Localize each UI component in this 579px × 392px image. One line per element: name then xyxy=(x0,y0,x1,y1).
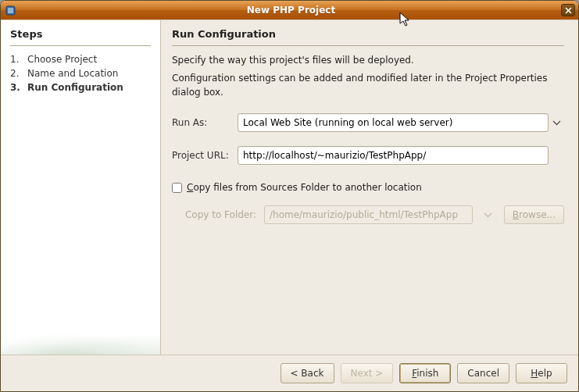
window-title: New PHP Project xyxy=(21,5,561,16)
chevron-down-icon[interactable] xyxy=(549,117,564,128)
body-area: Steps 1.Choose Project2.Name and Locatio… xyxy=(1,20,578,355)
wizard-window: New PHP Project Steps 1.Choose Project2.… xyxy=(0,0,579,392)
steps-list: 1.Choose Project2.Name and Location3.Run… xyxy=(10,52,151,94)
step-label: Name and Location xyxy=(27,68,118,79)
back-button[interactable]: < Back xyxy=(281,363,334,383)
project-url-row: Project URL: xyxy=(172,146,564,165)
copy-files-checkbox[interactable] xyxy=(172,183,182,193)
copy-folder-input xyxy=(264,205,473,224)
step-number: 1. xyxy=(10,54,27,65)
project-url-label: Project URL: xyxy=(172,150,238,161)
copy-folder-row: Copy to Folder: Browse... xyxy=(172,205,564,224)
next-button: Next > xyxy=(341,363,394,383)
description-line-2: Configuration settings can be added and … xyxy=(172,72,564,99)
browse-button: Browse... xyxy=(504,205,564,224)
close-icon xyxy=(565,7,572,14)
app-icon xyxy=(4,4,16,16)
main-panel: Run Configuration Specify the way this p… xyxy=(161,20,578,355)
sidebar-decoration xyxy=(1,280,160,355)
steps-header: Steps xyxy=(10,28,151,40)
steps-sidebar: Steps 1.Choose Project2.Name and Locatio… xyxy=(1,20,161,355)
run-as-combo[interactable] xyxy=(238,113,564,132)
run-as-row: Run As: xyxy=(172,113,564,132)
step-item: 2.Name and Location xyxy=(10,66,151,80)
svg-rect-1 xyxy=(8,8,13,13)
help-button[interactable]: Help xyxy=(516,363,567,383)
divider xyxy=(172,45,564,46)
chevron-down-icon xyxy=(481,209,496,220)
description-line-1: Specify the way this project's files wil… xyxy=(172,54,564,67)
project-url-input[interactable] xyxy=(238,146,549,165)
page-title: Run Configuration xyxy=(172,28,564,40)
button-bar: < Back Next > Finish Cancel Help xyxy=(1,355,578,391)
step-number: 3. xyxy=(10,82,27,93)
finish-button[interactable]: Finish xyxy=(399,363,451,383)
step-number: 2. xyxy=(10,68,27,79)
copy-files-row: Copy files from Sources Folder to anothe… xyxy=(172,182,564,193)
titlebar[interactable]: New PHP Project xyxy=(1,1,578,20)
step-label: Choose Project xyxy=(27,54,97,65)
run-as-label: Run As: xyxy=(172,117,238,128)
close-button[interactable] xyxy=(561,4,575,16)
run-as-field[interactable] xyxy=(238,113,549,132)
cancel-button[interactable]: Cancel xyxy=(457,363,509,383)
step-item: 3.Run Configuration xyxy=(10,80,151,94)
divider xyxy=(10,45,151,46)
step-item: 1.Choose Project xyxy=(10,52,151,66)
copy-folder-label: Copy to Folder: xyxy=(172,209,256,220)
copy-files-label[interactable]: Copy files from Sources Folder to anothe… xyxy=(187,182,422,193)
step-label: Run Configuration xyxy=(27,82,123,93)
